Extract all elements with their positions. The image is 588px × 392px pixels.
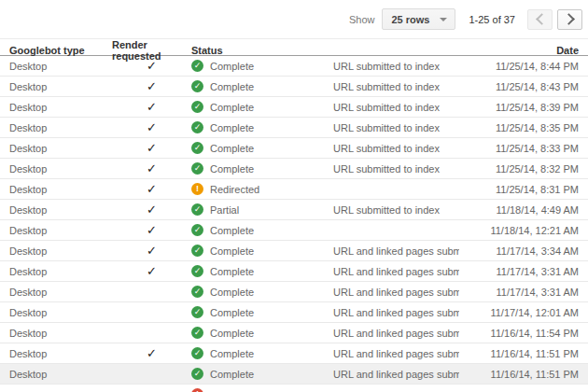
status-cell: ✓Complete (191, 245, 333, 257)
table-row[interactable]: Desktop ✓ ✓Complete URL and linked pages… (0, 343, 588, 364)
status-cell: ✓Complete (191, 286, 333, 298)
submission-cell: URL and linked pages submitted to index (333, 369, 459, 380)
check-circle-icon: ✓ (191, 121, 203, 133)
status-cell: ✓Complete (191, 327, 333, 339)
render-requested-cell: ✓ (112, 265, 191, 277)
status-cell: ✓Complete (191, 142, 333, 154)
status-cell: ! (191, 388, 333, 392)
submission-cell: URL and linked pages submitted to index (333, 348, 459, 359)
status-cell: ✓Complete (191, 265, 333, 277)
status-cell: ✓Complete (191, 121, 333, 133)
googlebot-type-cell: Desktop (9, 143, 112, 154)
googlebot-type-cell: Desktop (9, 61, 112, 72)
show-label: Show (349, 14, 375, 25)
status-label: Complete (210, 122, 254, 133)
chevron-right-icon (563, 13, 575, 25)
render-check-icon: ✓ (147, 141, 157, 155)
status-label: Complete (210, 287, 254, 298)
submission-cell: URL submitted to index (333, 81, 459, 92)
status-label: Complete (210, 102, 254, 113)
render-check-icon: ✓ (147, 59, 157, 73)
status-label: Complete (210, 266, 254, 277)
table-row[interactable]: ! (0, 385, 588, 392)
googlebot-type-cell: Desktop (9, 225, 112, 236)
date-cell: 11/16/14, 11:51 PM (459, 348, 579, 359)
table-row[interactable]: Desktop ✓ ✓Complete URL and linked pages… (0, 241, 588, 261)
table-row[interactable]: Desktop ✓ ✓Complete URL submitted to ind… (0, 97, 588, 118)
status-label: Complete (210, 245, 254, 257)
table-row[interactable]: Desktop ✓Complete URL and linked pages s… (0, 323, 588, 343)
table-row[interactable]: Desktop ✓ !Redirected 11/25/14, 8:31 PM (0, 179, 588, 200)
header-status: Status (191, 45, 333, 56)
render-requested-cell: ✓ (112, 224, 191, 236)
googlebot-type-cell: Desktop (9, 307, 112, 318)
render-requested-cell: ✓ (112, 60, 191, 72)
render-requested-cell: ✓ (112, 203, 191, 216)
googlebot-type-cell: Desktop (9, 184, 112, 195)
check-circle-icon: ✓ (191, 347, 203, 359)
status-label: Partial (210, 204, 239, 216)
table-row[interactable]: Desktop ✓ ✓Complete URL and linked pages… (0, 261, 588, 282)
check-circle-icon: ✓ (191, 265, 203, 277)
table-row[interactable]: Desktop ✓ ✓Complete URL submitted to ind… (0, 138, 588, 159)
check-circle-icon: ✓ (191, 224, 203, 236)
table-row[interactable]: Desktop ✓ ✓Complete URL submitted to ind… (0, 77, 588, 97)
render-requested-cell: ✓ (112, 245, 191, 257)
submission-cell: URL submitted to index (333, 102, 459, 113)
check-circle-icon: ✓ (191, 327, 203, 339)
googlebot-type-cell: Desktop (9, 122, 112, 133)
table-row[interactable]: Desktop ✓ ✓Complete 11/18/14, 12:21 AM (0, 220, 588, 241)
date-cell: 11/25/14, 8:43 PM (459, 81, 579, 92)
table-row[interactable]: Desktop ✓ ✓Complete URL submitted to ind… (0, 56, 588, 77)
googlebot-type-cell: Desktop (9, 81, 112, 92)
table-row[interactable]: Desktop ✓Complete URL and linked pages s… (0, 302, 588, 323)
render-check-icon: ✓ (147, 346, 157, 360)
next-page-button[interactable] (557, 9, 582, 30)
table-row[interactable]: Desktop ✓ ✓Complete URL submitted to ind… (0, 118, 588, 138)
status-cell: ✓Complete (191, 80, 333, 92)
status-label: Complete (210, 81, 254, 92)
table-body: Desktop ✓ ✓Complete URL submitted to ind… (0, 56, 588, 392)
submission-cell: URL submitted to index (333, 143, 459, 154)
prev-page-button[interactable] (527, 9, 553, 30)
date-cell: 11/17/14, 3:31 AM (459, 287, 579, 298)
submission-cell: URL and linked pages submitted to index (333, 266, 459, 277)
render-requested-cell: ✓ (112, 347, 191, 359)
date-cell: 11/25/14, 8:39 PM (459, 102, 579, 113)
render-check-icon: ✓ (147, 203, 157, 217)
header-googlebot-type: Googlebot type (9, 45, 112, 56)
table-row[interactable]: Desktop ✓ ✓Partial URL submitted to inde… (0, 200, 588, 220)
status-label: Complete (210, 348, 254, 359)
render-requested-cell: ✓ (112, 80, 191, 92)
table-row[interactable]: Desktop ✓Complete URL and linked pages s… (0, 282, 588, 302)
render-check-icon: ✓ (147, 120, 157, 134)
date-cell: 11/25/14, 8:35 PM (459, 122, 579, 133)
submission-cell: URL and linked pages submitted to index (333, 287, 459, 298)
render-check-icon: ✓ (147, 100, 157, 114)
render-requested-cell: ✓ (112, 142, 191, 154)
status-cell: ✓Complete (191, 101, 333, 113)
status-cell: ✓Complete (191, 162, 333, 175)
render-requested-cell: ✓ (112, 162, 191, 175)
render-requested-cell: ✓ (112, 183, 191, 195)
status-label: Complete (210, 163, 254, 175)
rows-per-page-select[interactable]: 25 rows (382, 8, 455, 30)
table-row[interactable]: Desktop ✓Complete URL and linked pages s… (0, 364, 588, 385)
status-cell: ✓Complete (191, 368, 333, 380)
date-cell: 11/25/14, 8:31 PM (459, 184, 579, 195)
submission-cell: URL submitted to index (333, 122, 459, 133)
caret-down-icon (440, 18, 447, 21)
pagination-range: 1-25 of 37 (469, 14, 515, 25)
googlebot-type-cell: Desktop (9, 328, 112, 339)
check-circle-icon: ✓ (191, 368, 203, 380)
status-label: Complete (210, 225, 254, 236)
submission-cell: URL submitted to index (333, 61, 459, 72)
date-cell: 11/25/14, 8:44 PM (459, 61, 579, 72)
status-label: Redirected (210, 184, 259, 195)
submission-cell: URL submitted to index (333, 163, 459, 175)
check-circle-icon: ✓ (191, 80, 203, 92)
table-row[interactable]: Desktop ✓ ✓Complete URL submitted to ind… (0, 159, 588, 179)
render-check-icon: ✓ (147, 79, 157, 93)
check-circle-icon: ✓ (191, 60, 203, 72)
googlebot-type-cell: Desktop (9, 287, 112, 298)
